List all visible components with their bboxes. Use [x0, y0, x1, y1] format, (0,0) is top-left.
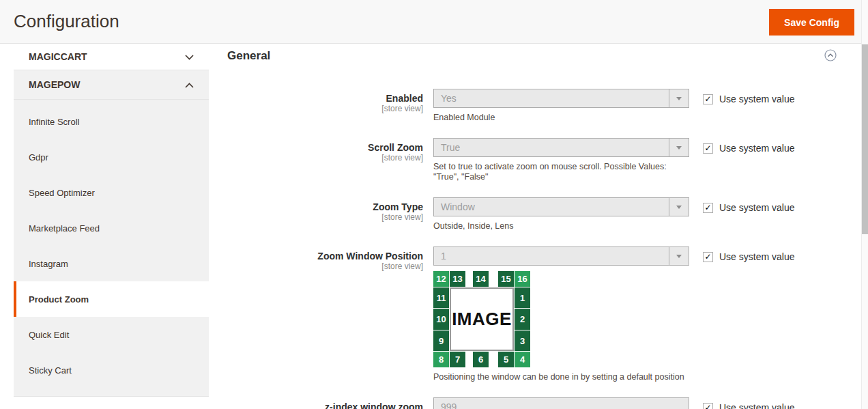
chevron-up-icon: [185, 79, 194, 90]
sidebar-section-label: MAGICCART: [29, 51, 87, 62]
field-input[interactable]: Yes: [433, 89, 689, 108]
field-value: True: [434, 142, 669, 153]
use-system-value-label: Use system value: [719, 202, 794, 213]
field-input[interactable]: 999: [433, 397, 689, 409]
sidebar-item-marketplace-feed[interactable]: Marketplace Feed: [14, 210, 209, 246]
collapse-circle-chevron-up-icon: [824, 53, 837, 64]
field-control: Yes Enabled Module: [433, 89, 689, 123]
use-system-value-label: Use system value: [719, 402, 794, 409]
field-row-scroll-zoom: Scroll Zoom [store view] True Set to tru…: [220, 138, 861, 182]
field-note: Positioning the window can be done in by…: [433, 372, 689, 382]
sidebar-item-instagram[interactable]: Instagram: [14, 246, 209, 281]
field-control: True Set to true to activate zoom on mou…: [433, 138, 689, 182]
position-cell-13: 13: [450, 271, 465, 287]
sidebar-item-gdpr[interactable]: Gdpr: [14, 139, 209, 175]
position-cell-2: 2: [515, 309, 530, 330]
sidebar-item-label: Marketplace Feed: [29, 223, 100, 234]
use-system-value-checkbox[interactable]: ✓: [703, 403, 713, 409]
section-general-header: General: [220, 44, 861, 63]
position-cell-9: 9: [433, 330, 449, 351]
use-system-value-checkbox[interactable]: ✓: [703, 143, 713, 154]
use-system-value-label: Use system value: [719, 143, 794, 154]
sidebar-item-label: Instagram: [29, 259, 68, 269]
field-label-block: Zoom Window Position [store view]: [220, 246, 423, 272]
use-system-value-block: ✓ Use system value: [703, 397, 794, 409]
field-label-block: Enabled [store view]: [220, 89, 423, 114]
use-system-value-block: ✓ Use system value: [703, 246, 794, 262]
use-system-value-checkbox[interactable]: ✓: [703, 94, 713, 104]
field-value: 999: [434, 401, 689, 409]
sidebar-item-product-zoom[interactable]: Product Zoom: [14, 281, 209, 317]
scrollbar-thumb[interactable]: [862, 44, 868, 234]
position-cell-14: 14: [473, 271, 489, 287]
field-scope: [store view]: [220, 212, 423, 223]
use-system-value-checkbox[interactable]: ✓: [703, 203, 713, 213]
field-control: 1 IMAGE 12131415161111029387654Positioni…: [433, 246, 689, 382]
field-label-block: Zoom Type [store view]: [220, 197, 423, 223]
sidebar-section-magiccart[interactable]: MAGICCART: [14, 44, 209, 70]
sidebar-item-speed-optimizer[interactable]: Speed Optimizer: [14, 175, 209, 210]
dropdown-arrow-icon[interactable]: [669, 198, 689, 216]
field-value: Window: [434, 201, 669, 212]
page-header: Configuration Save Config: [0, 0, 868, 44]
field-control: 999: [433, 397, 689, 409]
field-input[interactable]: Window: [433, 197, 689, 216]
field-row-enabled: Enabled [store view] Yes Enabled Module …: [220, 89, 861, 123]
field-input[interactable]: True: [433, 138, 689, 157]
collapse-section-button[interactable]: [824, 49, 837, 61]
section-title: General: [227, 49, 270, 63]
field-value: 1: [434, 251, 669, 262]
chevron-down-icon: [185, 51, 194, 62]
position-cell-8: 8: [433, 352, 449, 367]
field-row-zoom-type: Zoom Type [store view] Window Outside, I…: [220, 197, 861, 231]
position-cell-4: 4: [515, 352, 530, 367]
use-system-value-label: Use system value: [719, 94, 794, 104]
sidebar-item-label: Quick Edit: [29, 330, 69, 340]
position-cell-10: 10: [433, 309, 449, 330]
config-sidebar: MAGICCART MAGEPOW Infinite Scroll Gdpr S…: [14, 44, 209, 397]
dropdown-arrow-icon[interactable]: [669, 139, 689, 156]
use-system-value-block: ✓ Use system value: [703, 197, 794, 213]
sidebar-item-label: Speed Optimizer: [29, 188, 95, 198]
field-label-block: Scroll Zoom [store view]: [220, 138, 423, 163]
sidebar-section-label: MAGEPOW: [29, 79, 80, 90]
sidebar-section-magepow[interactable]: MAGEPOW: [14, 70, 209, 100]
position-cell-7: 7: [450, 352, 465, 367]
field-control: Window Outside, Inside, Lens: [433, 197, 689, 231]
sidebar-item-label: Product Zoom: [29, 294, 89, 305]
sidebar-item-sticky-cart[interactable]: Sticky Cart: [14, 352, 209, 388]
field-input[interactable]: 1: [433, 246, 689, 266]
page-title: Configuration: [14, 11, 119, 32]
field-label: z-index window zoom: [220, 401, 423, 409]
position-cell-15: 15: [498, 271, 514, 287]
field-label: Zoom Window Position: [220, 251, 423, 262]
config-content: General Enabled [store view] Yes Enabled…: [220, 44, 861, 409]
field-scope: [store view]: [220, 104, 423, 114]
field-note: Set to true to activate zoom on mouse sc…: [433, 162, 689, 182]
use-system-value-block: ✓ Use system value: [703, 89, 794, 104]
sidebar-item-quick-edit[interactable]: Quick Edit: [14, 317, 209, 352]
vertical-scrollbar[interactable]: [861, 0, 868, 409]
field-scope: [store view]: [220, 153, 423, 163]
field-note: Enabled Module: [433, 113, 689, 123]
field-value: Yes: [434, 93, 669, 104]
use-system-value-checkbox[interactable]: ✓: [703, 252, 713, 262]
save-config-button[interactable]: Save Config: [769, 9, 854, 36]
general-form: Enabled [store view] Yes Enabled Module …: [220, 89, 861, 409]
zoom-position-grid: IMAGE 12131415161111029387654: [433, 271, 530, 367]
use-system-value-block: ✓ Use system value: [703, 138, 794, 154]
position-cell-12: 12: [433, 271, 449, 287]
sidebar-item-infinite-scroll[interactable]: Infinite Scroll: [14, 104, 209, 139]
position-cell-16: 16: [515, 271, 530, 287]
sidebar-items: Infinite Scroll Gdpr Speed Optimizer Mar…: [14, 100, 209, 397]
position-cell-1: 1: [515, 287, 530, 308]
field-row-zoom-window-position: Zoom Window Position [store view] 1 IMAG…: [220, 246, 861, 382]
field-note: Outside, Inside, Lens: [433, 221, 689, 231]
field-label: Enabled: [220, 93, 423, 104]
dropdown-arrow-icon[interactable]: [669, 89, 689, 107]
use-system-value-label: Use system value: [719, 251, 794, 262]
zoom-position-image-box: IMAGE: [450, 287, 514, 351]
field-row-z-index-window-zoom: z-index window zoom [store view] 999 ✓ U…: [220, 397, 861, 409]
dropdown-arrow-icon[interactable]: [669, 247, 689, 265]
position-cell-5: 5: [498, 352, 514, 367]
